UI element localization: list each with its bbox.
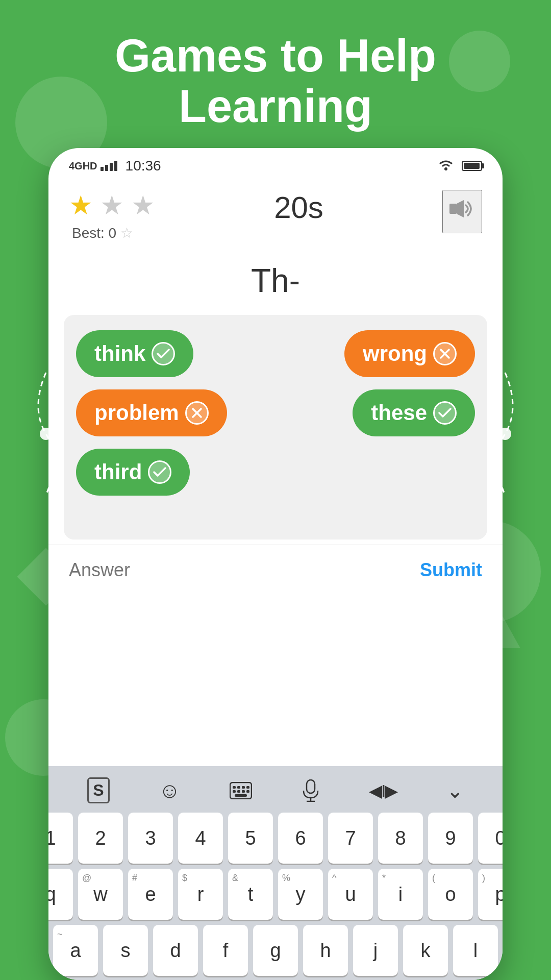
kb-tool-emoji[interactable]: ☺ (159, 778, 181, 803)
check-icon-think (152, 342, 175, 365)
best-star-icon: ☆ (120, 225, 133, 241)
key-9[interactable]: 9 (428, 813, 473, 864)
kb-tool-cursor[interactable]: ◀I▶ (369, 780, 397, 801)
key-d[interactable]: d (153, 925, 198, 976)
svg-point-1 (499, 428, 511, 440)
kb-tool-collapse[interactable]: ⌄ (446, 779, 464, 802)
network-label: 4GHD (69, 160, 97, 172)
chip-these[interactable]: these (353, 389, 475, 436)
submit-button[interactable]: Submit (420, 559, 482, 581)
svg-point-2 (444, 167, 447, 170)
battery-icon (462, 161, 482, 171)
best-row: Best: 0 ☆ (72, 225, 133, 241)
key-q[interactable]: q (48, 869, 73, 920)
key-3[interactable]: 3 (128, 813, 173, 864)
key-l[interactable]: l (453, 925, 498, 976)
key-y[interactable]: %y (278, 869, 323, 920)
dashed-arrow-left (26, 357, 66, 510)
phone-mockup: 4GHD 10:36 (48, 148, 503, 980)
key-r[interactable]: $r (178, 869, 223, 920)
signal-bar-1 (101, 167, 104, 171)
key-k[interactable]: k (403, 925, 448, 976)
key-7[interactable]: 7 (328, 813, 373, 864)
chip-problem[interactable]: problem (76, 389, 227, 436)
signal-bar-4 (114, 161, 117, 171)
signal-bars (101, 161, 117, 171)
signal-bar-3 (110, 163, 113, 171)
timer: 20s (274, 190, 323, 225)
key-0[interactable]: 0 (478, 813, 503, 864)
status-left: 4GHD 10:36 (69, 158, 161, 174)
chip-wrong-label: wrong (363, 341, 427, 366)
signal-bar-2 (105, 165, 108, 171)
key-u[interactable]: ^u (328, 869, 373, 920)
best-label: Best: 0 (72, 225, 116, 241)
svg-marker-4 (457, 200, 464, 217)
check-icon-third (148, 460, 171, 484)
sound-button[interactable] (442, 190, 482, 233)
status-right (437, 157, 482, 175)
key-row-asdf: ~a s d f g h j k l (53, 925, 498, 976)
check-icon-these (433, 401, 457, 425)
key-h[interactable]: h (303, 925, 348, 976)
key-2[interactable]: 2 (78, 813, 123, 864)
key-1[interactable]: 1 (48, 813, 73, 864)
star-1: ★ (69, 190, 93, 220)
kb-tool-keyboard[interactable] (230, 782, 252, 799)
chip-think[interactable]: think (76, 330, 193, 377)
svg-rect-18 (235, 794, 247, 797)
x-icon-wrong (433, 342, 457, 365)
app-title: Games to Help Learning (0, 0, 551, 152)
svg-rect-3 (449, 204, 457, 214)
kb-tool-mic[interactable] (302, 779, 320, 802)
game-header: ★ ★ ★ Best: 0 ☆ 20s (48, 180, 503, 247)
key-j[interactable]: j (353, 925, 398, 976)
wifi-icon (437, 157, 455, 175)
svg-rect-15 (237, 790, 240, 793)
key-4[interactable]: 4 (178, 813, 223, 864)
dashed-arrow-right (485, 357, 525, 510)
svg-rect-19 (307, 780, 315, 793)
chips-area: think wrong problem these (64, 315, 487, 540)
star-2: ★ (100, 190, 124, 220)
svg-rect-16 (242, 790, 245, 793)
keyboard: S ☺ (48, 766, 503, 980)
key-i[interactable]: *i (378, 869, 423, 920)
key-g[interactable]: g (253, 925, 298, 976)
key-t[interactable]: &t (228, 869, 273, 920)
chip-problem-label: problem (94, 401, 179, 425)
key-8[interactable]: 8 (378, 813, 423, 864)
status-bar: 4GHD 10:36 (48, 148, 503, 180)
answer-input[interactable] (69, 559, 420, 581)
answer-row: Submit (48, 545, 503, 590)
svg-rect-11 (237, 786, 240, 789)
keyboard-rows: 1 2 3 4 5 6 7 8 9 0 q @w #e $r &t %y ^u … (53, 813, 498, 976)
time-display: 10:36 (126, 158, 161, 174)
key-w[interactable]: @w (78, 869, 123, 920)
chip-third-label: third (94, 460, 142, 484)
key-s[interactable]: s (103, 925, 148, 976)
star-3: ★ (131, 190, 155, 220)
key-a[interactable]: ~a (53, 925, 98, 976)
chip-think-label: think (94, 341, 145, 366)
stars-row: ★ ★ ★ (69, 190, 155, 220)
chip-these-label: these (371, 401, 427, 425)
stars-section: ★ ★ ★ Best: 0 ☆ (69, 190, 155, 241)
chip-wrong[interactable]: wrong (344, 330, 475, 377)
key-p[interactable]: )p (478, 869, 503, 920)
word-prompt: Th- (48, 247, 503, 310)
keyboard-toolbar: S ☺ (53, 772, 498, 813)
x-icon-problem (185, 401, 209, 425)
key-row-numbers: 1 2 3 4 5 6 7 8 9 0 (53, 813, 498, 864)
svg-point-0 (40, 428, 52, 440)
svg-rect-10 (233, 786, 236, 789)
kb-tool-swiftkey[interactable]: S (87, 777, 109, 803)
key-6[interactable]: 6 (278, 813, 323, 864)
chip-third[interactable]: third (76, 449, 190, 496)
key-5[interactable]: 5 (228, 813, 273, 864)
key-e[interactable]: #e (128, 869, 173, 920)
key-row-qwerty: q @w #e $r &t %y ^u *i (o )p (53, 869, 498, 920)
svg-rect-14 (233, 790, 236, 793)
key-o[interactable]: (o (428, 869, 473, 920)
key-f[interactable]: f (203, 925, 248, 976)
